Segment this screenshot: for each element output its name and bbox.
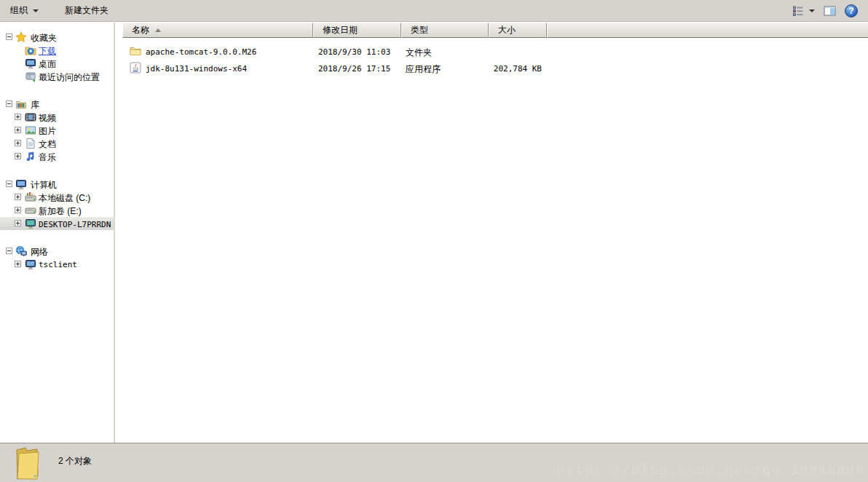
change-view-button[interactable] <box>792 5 815 17</box>
collapse-icon[interactable] <box>6 181 12 187</box>
expand-icon[interactable] <box>15 261 21 267</box>
sidebar-item-desktop[interactable]: 桌面 <box>0 57 114 70</box>
volume-icon <box>25 205 36 216</box>
sidebar-item-videos[interactable]: 视频 <box>0 111 114 124</box>
sidebar-item-documents[interactable]: 文档 <box>0 137 114 150</box>
file-date: 2018/9/30 11:03 <box>318 47 390 57</box>
file-type: 应用程序 <box>406 63 441 76</box>
sidebar-item-label: 桌面 <box>39 58 56 71</box>
network-icon <box>15 245 27 257</box>
file-row-jdk-installer[interactable]: jdk-8u131-windows-x64 2018/9/26 17:15 应用… <box>122 60 868 76</box>
command-toolbar: 组织 新建文件夹 ? <box>0 0 868 22</box>
section-label: 计算机 <box>31 179 57 191</box>
navigation-pane: 收藏夹 下载 桌面 <box>0 23 115 443</box>
sidebar-item-local-disk-c[interactable]: 本地磁盘 (C:) <box>0 191 114 204</box>
sidebar-item-label: 音乐 <box>39 151 56 164</box>
local-disk-icon <box>25 191 36 203</box>
java-installer-icon <box>130 62 141 74</box>
sidebar-item-label: 本地磁盘 (C:) <box>39 192 90 205</box>
sidebar-item-label: 下载 <box>39 45 56 58</box>
remote-computer-icon <box>25 218 36 229</box>
file-size: 202,784 KB <box>483 64 542 74</box>
sidebar-item-downloads[interactable]: 下载 <box>0 44 114 57</box>
expand-icon[interactable] <box>15 220 21 226</box>
expand-icon[interactable] <box>15 194 21 200</box>
preview-pane-icon <box>824 5 836 17</box>
help-button[interactable]: ? <box>845 4 858 17</box>
pictures-icon <box>25 125 36 136</box>
column-header-size[interactable]: 大小 <box>489 23 547 38</box>
expand-icon[interactable] <box>15 127 21 133</box>
sidebar-item-music[interactable]: 音乐 <box>0 150 114 163</box>
file-date: 2018/9/26 17:15 <box>318 64 390 74</box>
videos-icon <box>25 111 36 123</box>
star-icon <box>15 31 27 43</box>
libraries-icon <box>15 98 27 110</box>
downloads-folder-icon <box>25 44 36 56</box>
organize-label: 组织 <box>10 4 28 17</box>
sidebar-section-computer[interactable]: 计算机 <box>0 178 114 191</box>
network-computer-icon <box>25 258 36 270</box>
file-name: apache-tomcat-9.0.0.M26 <box>146 47 256 57</box>
new-folder-label: 新建文件夹 <box>65 4 108 17</box>
column-header-label: 名称 <box>132 24 149 36</box>
expand-icon[interactable] <box>15 153 21 159</box>
collapse-icon[interactable] <box>6 33 12 40</box>
sidebar-item-label: 文档 <box>39 138 56 151</box>
column-header-filler <box>547 23 868 38</box>
file-name: jdk-8u131-windows-x64 <box>146 64 247 74</box>
item-count: 2 个对象 <box>58 455 92 467</box>
collapse-icon[interactable] <box>6 248 12 254</box>
file-list-pane: 名称 修改日期 类型 大小 apache-tomcat-9.0.0.M26 20… <box>117 23 868 443</box>
sidebar-item-label: 视频 <box>39 112 56 125</box>
sidebar-item-tsclient[interactable]: tsclient <box>0 258 114 271</box>
collapse-icon[interactable] <box>6 100 12 107</box>
music-icon <box>25 151 36 162</box>
column-header-name[interactable]: 名称 <box>122 23 313 38</box>
views-icon <box>792 5 804 17</box>
sidebar-item-recent-places[interactable]: 最近访问的位置 <box>0 70 114 83</box>
preview-pane-button[interactable] <box>824 5 836 17</box>
section-label: 库 <box>31 99 39 111</box>
navigation-tree: 收藏夹 下载 桌面 <box>0 23 114 271</box>
folder-icon <box>130 45 141 57</box>
help-icon: ? <box>845 4 858 17</box>
toolbar-right-group: ? <box>784 4 868 17</box>
section-label: 网络 <box>31 246 48 258</box>
chevron-down-icon <box>33 9 39 12</box>
sidebar-item-label: 最近访问的位置 <box>39 71 100 84</box>
column-header-label: 修改日期 <box>323 24 358 36</box>
sidebar-item-label: tsclient <box>39 260 77 269</box>
sidebar-section-libraries[interactable]: 库 <box>0 98 114 111</box>
organize-button[interactable]: 组织 <box>3 2 46 20</box>
column-header-date[interactable]: 修改日期 <box>313 23 401 38</box>
section-label: 收藏夹 <box>31 32 57 44</box>
sidebar-item-new-volume-e[interactable]: 新加卷 (E:) <box>0 204 114 217</box>
documents-icon <box>25 138 36 149</box>
sidebar-item-pictures[interactable]: 图片 <box>0 124 114 137</box>
sort-ascending-icon <box>155 28 161 32</box>
chevron-down-icon <box>809 9 815 12</box>
file-type: 文件夹 <box>406 47 432 59</box>
column-header-label: 类型 <box>411 24 428 36</box>
watermark-text: https://blog.csdn.net/qq_39040008 <box>556 462 865 478</box>
column-header-label: 大小 <box>498 24 516 36</box>
computer-icon <box>15 178 27 190</box>
new-folder-button[interactable]: 新建文件夹 <box>58 2 116 20</box>
sidebar-item-label: 图片 <box>39 125 56 138</box>
sidebar-section-network[interactable]: 网络 <box>0 245 114 258</box>
recent-places-icon <box>25 71 36 82</box>
sidebar-item-desktop-l7prrdn[interactable]: DESKTOP-L7PRRDN 上 <box>0 217 114 230</box>
column-header-type[interactable]: 类型 <box>401 23 489 38</box>
column-headers: 名称 修改日期 类型 大小 <box>122 23 868 38</box>
open-folder-icon <box>12 446 42 481</box>
file-rows: apache-tomcat-9.0.0.M26 2018/9/30 11:03 … <box>122 43 868 76</box>
sidebar-section-favorites[interactable]: 收藏夹 <box>0 31 114 44</box>
expand-icon[interactable] <box>15 140 21 146</box>
expand-icon[interactable] <box>15 207 21 213</box>
sidebar-item-label: 新加卷 (E:) <box>39 205 82 218</box>
expand-icon[interactable] <box>15 114 21 120</box>
file-row-apache-tomcat[interactable]: apache-tomcat-9.0.0.M26 2018/9/30 11:03 … <box>122 43 868 60</box>
desktop-icon <box>25 58 36 69</box>
sidebar-item-label: DESKTOP-L7PRRDN 上 <box>39 219 115 230</box>
